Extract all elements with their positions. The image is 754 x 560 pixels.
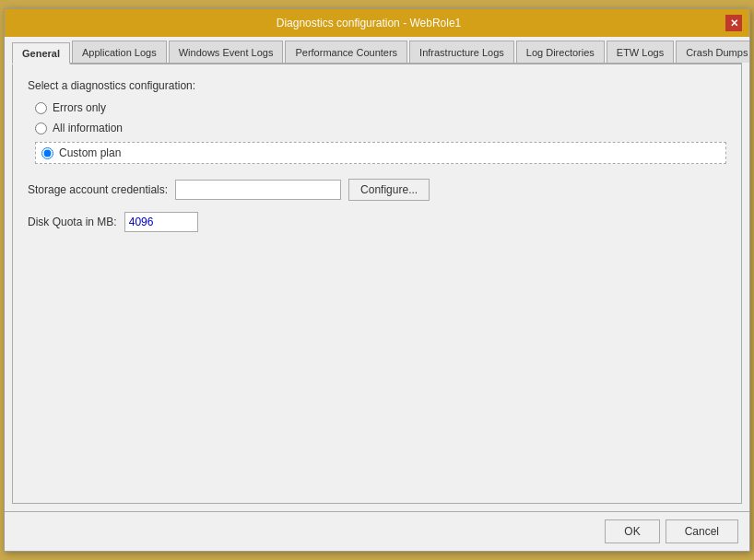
tab-log-directories[interactable]: Log Directories: [516, 41, 605, 63]
custom-plan-row: Custom plan: [35, 142, 726, 164]
tab-windows-event-logs[interactable]: Windows Event Logs: [169, 41, 284, 63]
close-button[interactable]: ✕: [725, 15, 742, 31]
tab-general[interactable]: General: [12, 42, 70, 64]
title-bar-text: Diagnostics configuration - WebRole1: [12, 17, 725, 29]
radio-custom-plan-input[interactable]: [41, 147, 53, 159]
title-bar: Diagnostics configuration - WebRole1 ✕: [5, 9, 749, 37]
storage-credentials-row: Storage account credentials: Configure..…: [28, 179, 726, 201]
radio-group: Errors only All information Custom plan: [35, 101, 726, 164]
section-label: Select a diagnostics configuration:: [28, 79, 726, 92]
radio-custom-plan[interactable]: Custom plan: [41, 146, 121, 159]
dialog-window: Diagnostics configuration - WebRole1 ✕ G…: [4, 8, 750, 552]
tab-bar: General Application Logs Windows Event L…: [12, 41, 742, 64]
cancel-button[interactable]: Cancel: [666, 519, 738, 543]
configure-button[interactable]: Configure...: [348, 179, 430, 201]
tab-crash-dumps[interactable]: Crash Dumps: [676, 41, 749, 63]
radio-all-information[interactable]: All information: [35, 122, 726, 134]
tab-application-logs[interactable]: Application Logs: [72, 41, 167, 63]
bottom-bar: OK Cancel: [5, 511, 749, 551]
storage-label: Storage account credentials:: [28, 183, 168, 196]
tab-infrastructure-logs[interactable]: Infrastructure Logs: [409, 41, 514, 63]
disk-quota-input[interactable]: [124, 212, 198, 232]
ok-button[interactable]: OK: [605, 519, 659, 543]
dialog-body: General Application Logs Windows Event L…: [5, 37, 749, 511]
tab-performance-counters[interactable]: Performance Counters: [285, 41, 407, 63]
tab-content-general: Select a diagnostics configuration: Erro…: [12, 64, 742, 504]
disk-quota-row: Disk Quota in MB:: [28, 212, 726, 232]
disk-quota-label: Disk Quota in MB:: [28, 216, 117, 228]
storage-input[interactable]: [175, 180, 341, 200]
tab-etw-logs[interactable]: ETW Logs: [607, 41, 674, 63]
radio-all-information-input[interactable]: [35, 122, 47, 134]
radio-errors-only-input[interactable]: [35, 102, 47, 114]
radio-errors-only[interactable]: Errors only: [35, 101, 726, 114]
